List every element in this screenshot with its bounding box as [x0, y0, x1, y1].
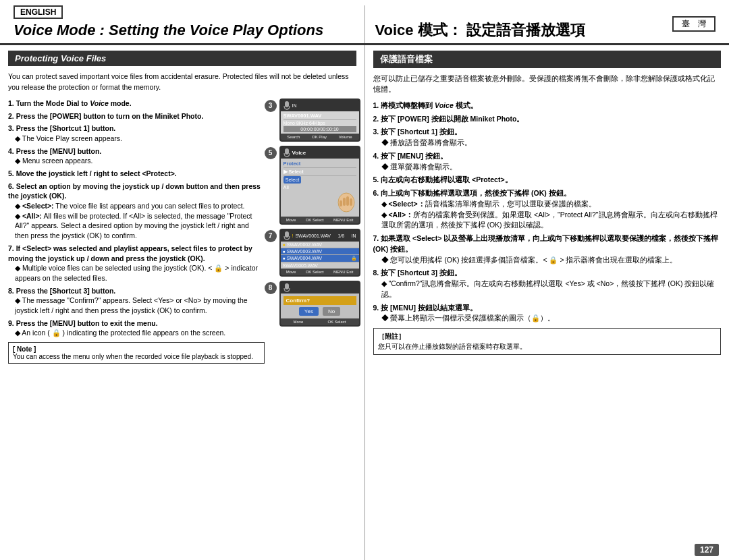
taiwan-badge: 臺 灣: [672, 16, 716, 32]
right-step-3: 3. 按下 [Shortcut 1] 按鈕。◆ 播放語音螢幕將會顯示。: [373, 127, 722, 148]
header-left: ENGLISH Voice Mode : Setting the Voice P…: [14, 5, 365, 43]
step-3: 3. Press the [Shortcut 1] button.◆ The V…: [8, 123, 265, 143]
screen5-all: All: [284, 184, 356, 191]
right-step-6: 6. 向上或向下移動搖桿選取選項，然後按下搖桿 (OK) 按鈕。 ◆ <Sele…: [373, 188, 722, 231]
svg-rect-8: [340, 200, 342, 206]
screen-8: Confirm? Yes No MoveOK Select: [279, 281, 360, 327]
note-section: [ Note ] You can access the menu only wh…: [8, 342, 265, 364]
screen5-select-val: Select: [284, 176, 302, 184]
svg-rect-2: [285, 148, 289, 155]
svg-rect-11: [285, 283, 289, 289]
device-screens: 3 IN SWAV0001.WAV Mono 8KHz 64Kbps 00:00…: [269, 99, 356, 364]
intro-text: You can protect saved important voice fi…: [8, 72, 356, 93]
screen-7-wrapper: 7 ! SWAV0001.WAV 1/6 IN: [265, 229, 360, 277]
screen7-in: IN: [352, 233, 356, 238]
screen3-filename: SWAV0001.WAV: [284, 113, 356, 120]
title-left: Voice Mode : Setting the Voice Play Opti…: [14, 22, 354, 39]
right-step-1: 1. 將模式轉盤轉到 Voice 模式。: [373, 101, 722, 111]
screen-8-num: 8: [265, 282, 277, 294]
header-right: 臺 灣 Voice 模式： 設定語音播放選項: [365, 16, 716, 43]
body-right: 保護語音檔案 您可以防止已儲存之重要語音檔案被意外刪除。受保護的檔案將無不會刪除…: [365, 45, 730, 560]
section-header-right: 保護語音檔案: [373, 51, 722, 68]
file-row-4: SWAV0005.WAV: [281, 262, 359, 269]
screen7-warning: !: [292, 233, 294, 238]
screen3-bar: SearchOK PlayVolume: [281, 134, 359, 140]
screen-5-wrapper: 5 Voice Protect ▶ Select Select All: [265, 146, 360, 225]
step-6: 6. Select an option by moving the joysti…: [8, 181, 265, 241]
left-steps-text: 1. Turn the Mode Dial to Voice mode. 2. …: [8, 99, 265, 364]
file-row-1: ●SWAV0002.WAV: [281, 242, 359, 248]
file-row-2: ●SWAV0003.WAV: [281, 248, 359, 255]
svg-rect-7: [350, 198, 352, 206]
step-2: 2. Press the [POWER] button to turn on t…: [8, 111, 265, 121]
screen7-filelist: ●SWAV0002.WAV ●SWAV0003.WAV ●SWAV0004.WA…: [281, 242, 359, 269]
screen5-title: Voice: [292, 150, 306, 156]
file-row-3: ●SWAV0004.WAV🔒: [281, 255, 359, 262]
right-step-5: 5. 向左或向右移動搖桿以選取 <Protect>。: [373, 175, 722, 186]
screen-3: IN SWAV0001.WAV Mono 8KHz 64Kbps 00:00:0…: [279, 99, 360, 142]
screen3-time: 00:00:00/00:00:10: [284, 126, 356, 132]
mic-icon-8: [284, 283, 290, 292]
svg-rect-5: [343, 198, 346, 206]
screen7-bar: MoveOK SelectMENU Exit: [281, 269, 359, 275]
header: ENGLISH Voice Mode : Setting the Voice P…: [0, 0, 729, 45]
hand-icon: [336, 192, 356, 213]
right-intro: 您可以防止已儲存之重要語音檔案被意外刪除。受保護的檔案將無不會刪除，除非您解除保…: [373, 74, 722, 95]
step-8: 8. Press the [Shortcut 3] button. ◆ The …: [8, 286, 265, 316]
mic-icon-7: [284, 231, 290, 240]
svg-rect-9: [285, 231, 289, 237]
screen-3-num: 3: [265, 100, 277, 112]
svg-rect-6: [346, 196, 349, 206]
confirm-title: Confirm?: [284, 296, 356, 305]
body: Protecting Voice Files You can protect s…: [0, 45, 729, 560]
step-5: 5. Move the joystick left / right to sel…: [8, 169, 265, 179]
right-step-9: 9. 按 [MENU] 按鈕以結束選單。 ◆ 螢幕上將顯示一個標示受保護檔案的圖…: [373, 303, 722, 325]
screen-5-num: 5: [265, 147, 277, 159]
right-step-8: 8. 按下 [Shortcut 3] 按鈕。 ◆ "Confirm?"訊息將會顯…: [373, 268, 722, 300]
section-header-left: Protecting Voice Files: [8, 51, 356, 66]
page-number: 127: [695, 544, 719, 556]
confirm-no: No: [323, 307, 340, 316]
screen7-counter: 1/6: [338, 233, 344, 238]
screen5-protect: Protect: [284, 160, 356, 168]
step-7: 7. If <Select> was selected and playlist…: [8, 244, 265, 283]
screen-8-wrapper: 8 Confirm? Yes No: [265, 281, 360, 327]
body-left: Protecting Voice Files You can protect s…: [0, 45, 365, 560]
mic-icon-5: [284, 148, 290, 157]
screen8-bar: MoveOK Select: [281, 318, 359, 325]
screen-3-wrapper: 3 IN SWAV0001.WAV Mono 8KHz 64Kbps 00:00…: [265, 99, 360, 142]
title-right: Voice 模式： 設定語音播放選項: [375, 16, 716, 39]
step-4: 4. Press the [MENU] button.◆ Menu screen…: [8, 146, 265, 166]
right-step-2: 2. 按下 [POWER] 按鈕以開啟 Miniket Photo。: [373, 114, 722, 125]
screen-7: ! SWAV0001.WAV 1/6 IN ●SWAV0002.WAV: [279, 229, 360, 277]
step-9: 9. Press the [MENU] button to exit the m…: [8, 318, 265, 338]
screen-5: Voice Protect ▶ Select Select All: [279, 146, 360, 225]
screen5-select-label: ▶ Select: [284, 168, 356, 176]
screen5-bar: MoveOK SelectMENU Exit: [281, 217, 359, 223]
step-1: 1. Turn the Mode Dial to Voice mode.: [8, 99, 265, 109]
english-badge: ENGLISH: [14, 5, 63, 19]
right-step-7: 7. 如果選取 <Select> 以及螢幕上出現播放清單，向上或向下移動搖桿以選…: [373, 233, 722, 265]
screen3-params: Mono 8KHz 64Kbps: [284, 120, 356, 126]
screen-7-num: 7: [265, 230, 277, 242]
right-steps: 1. 將模式轉盤轉到 Voice 模式。 2. 按下 [POWER] 按鈕以開啟…: [373, 101, 722, 355]
confirm-yes: Yes: [299, 307, 319, 316]
screen7-file: SWAV0001.WAV: [295, 233, 331, 238]
mic-icon: [284, 101, 290, 110]
right-note: ［附註］ 您只可以在停止播放錄製的語音檔案時存取選單。: [373, 328, 722, 355]
svg-rect-0: [285, 101, 289, 107]
right-step-4: 4. 按下 [MENU] 按鈕。◆ 選單螢幕將會顯示。: [373, 151, 722, 173]
screen3-indicator: IN: [292, 103, 297, 108]
